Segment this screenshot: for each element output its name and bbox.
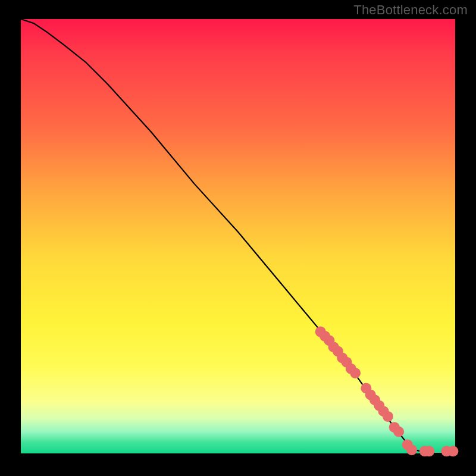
data-point (424, 446, 434, 456)
bottleneck-curve (21, 19, 455, 453)
chart-overlay-svg (21, 19, 455, 453)
data-point (447, 446, 458, 456)
chart-plot-area (21, 19, 455, 453)
data-point (350, 368, 361, 378)
data-point (393, 427, 404, 437)
data-point (406, 444, 417, 455)
data-point (383, 411, 393, 422)
attribution-text: TheBottleneck.com (353, 2, 468, 18)
data-points-group (315, 327, 459, 457)
